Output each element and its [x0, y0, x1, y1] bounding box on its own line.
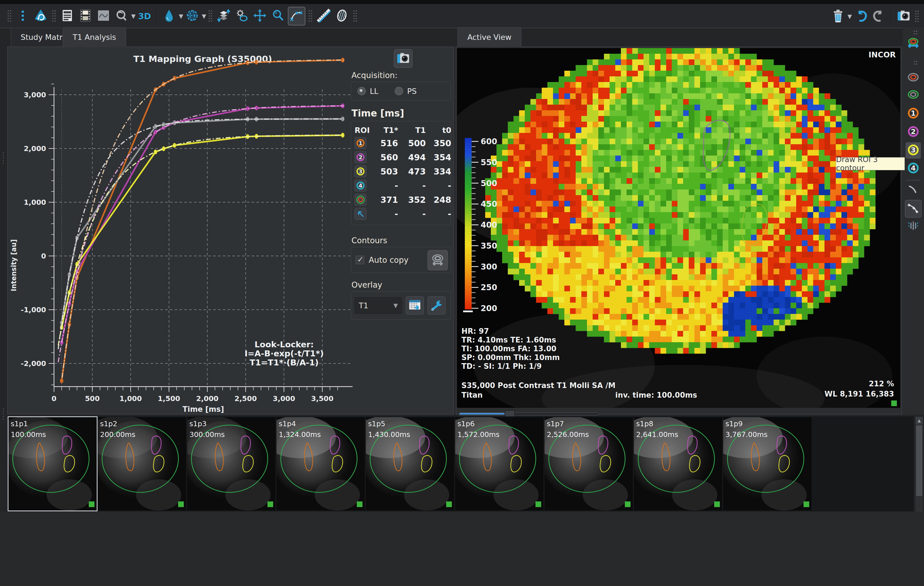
magnifier-button[interactable] [270, 7, 286, 25]
thumbnail-s1p6[interactable]: s1p61,572.00ms [455, 417, 543, 510]
roi-1-icon: 1 [907, 107, 920, 121]
thumbnail-s1p2[interactable]: s1p2200.00ms [98, 417, 186, 510]
sidebar-roi-2-button[interactable]: 2 [907, 125, 920, 139]
toolbar-grip[interactable] [52, 9, 56, 23]
graph-controls-column: Acquisition: LL PS Time [ms] ROI T1* T1 … [351, 71, 451, 320]
report-button[interactable] [59, 7, 76, 25]
sidebar-roi-4-button[interactable]: 4 [907, 162, 920, 176]
three-d-button[interactable]: 3D [136, 7, 153, 25]
hatched-ellipse-icon [335, 9, 349, 23]
filmstrip-button[interactable] [77, 7, 94, 25]
svg-text:s1p3: s1p3 [190, 420, 207, 428]
roi-4-row-icon[interactable]: 4 [355, 180, 366, 191]
table-body: 1516500350256049435435034733344---371352… [355, 136, 447, 221]
left-splitter-grip[interactable] [2, 151, 5, 164]
overlay-select[interactable]: T1 ▼ [355, 297, 402, 314]
scroll-up-arrow[interactable]: ▲ [916, 417, 923, 424]
main-toolbar: ▼3D▼▼ ▼ [0, 5, 924, 28]
menu-dots-button[interactable] [15, 7, 31, 25]
toolbar-grip[interactable] [915, 9, 919, 24]
toolbar-grip[interactable] [309, 9, 312, 23]
q-search-button[interactable] [113, 7, 130, 25]
sidebar-epi-contour-tool[interactable] [907, 88, 920, 102]
thumbnail-s1p9[interactable]: s1p93,767.00ms [723, 417, 812, 510]
trash-button[interactable] [830, 8, 846, 25]
radio-ps-label: PS [407, 87, 416, 96]
series-description: S35,000 Post Contrast T1 Molli SA /M [462, 381, 615, 390]
t0-value: 354 [426, 152, 451, 162]
chevron-down-icon[interactable]: ▼ [179, 13, 183, 20]
svg-text:200.00ms: 200.00ms [100, 431, 135, 439]
sidebar-draw-contour-tool-tool[interactable] [905, 200, 921, 218]
chevron-down-icon[interactable]: ▼ [202, 13, 206, 20]
sidebar-grip[interactable] [914, 30, 917, 36]
sidebar-copy-contours-tool[interactable] [907, 36, 920, 51]
auto-copy-checkbox[interactable] [356, 256, 364, 264]
roi-2-row-icon[interactable]: 2 [355, 151, 366, 163]
svg-text:1: 1 [358, 140, 362, 146]
sidebar-grip[interactable] [914, 61, 917, 66]
left-splitter-grip[interactable] [2, 407, 5, 420]
redo-icon [872, 9, 886, 24]
sidebar-curve-tool-tool[interactable] [907, 182, 920, 196]
endo-contour-icon [907, 71, 920, 85]
toolbar-grip[interactable] [353, 9, 357, 23]
copy-contours-button[interactable] [427, 250, 448, 271]
undo-button[interactable] [853, 8, 869, 25]
sidebar-roi-1-button[interactable]: 1 [907, 107, 920, 121]
svg-text:0: 0 [51, 395, 56, 403]
myocardium-row-icon[interactable] [355, 194, 366, 206]
svg-text:s1p9: s1p9 [726, 420, 743, 428]
thumbnail-s1p5[interactable]: s1p51,430.00ms [366, 417, 454, 510]
curve-points-button[interactable] [288, 7, 305, 25]
svg-text:350: 350 [481, 241, 497, 251]
overlay-settings-button[interactable] [427, 296, 446, 315]
ruler-button[interactable] [315, 7, 332, 25]
globe-button[interactable] [184, 7, 200, 25]
toolbar-grip[interactable] [7, 9, 11, 23]
thumbnail-s1p1[interactable]: s1p1100.00ms [8, 417, 97, 510]
hatched-ellipse-button[interactable] [333, 7, 350, 25]
camera-button[interactable] [896, 8, 912, 25]
toolbar-grip[interactable] [208, 9, 212, 23]
chevron-down-icon[interactable]: ▼ [131, 13, 135, 20]
gear-ellipse-button[interactable] [234, 7, 250, 25]
svg-text:300: 300 [481, 262, 497, 271]
layers-button[interactable] [215, 7, 232, 25]
t0-value: 334 [426, 167, 451, 177]
roi-3-row-icon[interactable]: 3 [355, 165, 366, 177]
app-rotate-button[interactable] [33, 7, 49, 25]
sidebar-spline-pins-tool-tool[interactable] [907, 219, 920, 233]
sidebar-endo-contour-tool[interactable] [907, 71, 920, 85]
image-frame-button[interactable] [95, 7, 112, 25]
camera-icon [897, 9, 911, 24]
scanner-name: Titan [462, 391, 483, 399]
move-button[interactable] [252, 7, 268, 25]
tab-active-view[interactable]: Active View [457, 27, 521, 47]
pointer-row-icon[interactable] [355, 208, 366, 220]
overlay-export-button[interactable] [406, 296, 424, 315]
frame-slider[interactable] [459, 410, 598, 417]
tab-t1-analysis[interactable]: T1 Analysis [63, 27, 126, 47]
ruler-icon [317, 9, 330, 23]
redo-button[interactable] [871, 8, 887, 25]
table-export-icon [408, 299, 422, 313]
radio-ll[interactable] [357, 87, 366, 95]
snapshot-button[interactable] [394, 49, 412, 68]
thumbnail-s1p4[interactable]: s1p41,324.00ms [277, 417, 365, 510]
scrollbar-thumb[interactable] [916, 425, 922, 496]
svg-text:500: 500 [85, 395, 99, 403]
thumbnail-s1p8[interactable]: s1p82,641.00ms [634, 417, 722, 510]
droplet-button[interactable] [161, 7, 177, 25]
radio-ps[interactable] [395, 87, 403, 95]
sidebar-roi-3-button[interactable]: 3 [906, 142, 921, 158]
tooltip: Draw ROI 3 contour [836, 157, 905, 170]
t0-value: 350 [426, 138, 451, 148]
thumbnail-s1p7[interactable]: s1p72,526.00ms [544, 417, 633, 510]
trash-icon [831, 9, 845, 24]
active-view-image[interactable]: 600550500450400350300250200 INCOR HR: 97… [457, 48, 900, 408]
t1star-value: 503 [373, 167, 398, 177]
roi-1-row-icon[interactable]: 1 [355, 137, 366, 149]
chevron-down-icon[interactable]: ▼ [848, 13, 852, 20]
thumbnail-s1p3[interactable]: s1p3300.00ms [187, 417, 276, 510]
